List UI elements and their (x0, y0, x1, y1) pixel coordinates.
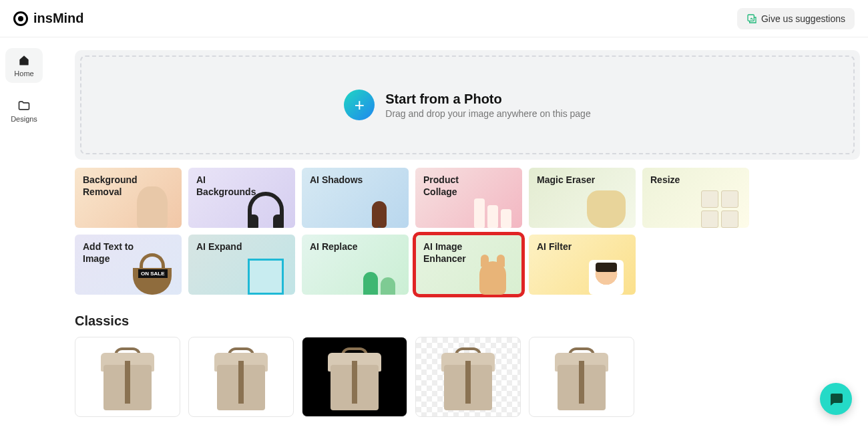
sale-badge: ON SALE (138, 269, 168, 278)
classics-title: Classics (75, 313, 860, 329)
sidebar-item-home[interactable]: Home (5, 48, 43, 83)
classic-card[interactable] (529, 337, 634, 417)
svg-rect-0 (748, 15, 754, 21)
tool-title: Product Collage (423, 174, 487, 198)
tool-title: AI Image Enhancer (423, 241, 487, 265)
tool-title: Add Text to Image (83, 241, 146, 265)
logo[interactable]: insMind (13, 11, 84, 26)
tool-product-collage[interactable]: Product Collage (415, 168, 522, 228)
upload-subtitle: Drag and drop your image anywhere on thi… (385, 108, 590, 119)
tool-title: AI Filter (537, 241, 600, 253)
tool-magic-eraser[interactable]: Magic Eraser (529, 168, 636, 228)
tool-title: Magic Eraser (537, 174, 600, 186)
sidebar-item-label: Home (14, 69, 33, 78)
bag-icon (98, 343, 157, 410)
bag-icon (439, 343, 497, 410)
classics-row (75, 337, 860, 417)
tool-ai-shadows[interactable]: AI Shadows (302, 168, 409, 228)
tool-ai-expand[interactable]: AI Expand (188, 235, 295, 295)
thumbnail-expand-icon (239, 247, 292, 295)
header: insMind Give us suggestions (0, 0, 868, 37)
suggestions-button[interactable]: Give us suggestions (737, 8, 855, 29)
tool-ai-backgrounds[interactable]: AI Backgrounds (188, 168, 295, 228)
sidebar-item-label: Designs (11, 115, 37, 123)
chat-button[interactable] (820, 383, 852, 415)
tool-background-removal[interactable]: Background Removal (75, 168, 182, 228)
main-content: + Start from a Photo Drag and drop your … (75, 50, 860, 417)
tools-grid: Background Removal AI Backgrounds AI Sha… (75, 168, 860, 295)
feedback-icon (746, 13, 757, 24)
plus-icon: + (344, 90, 375, 120)
upload-inner: + Start from a Photo Drag and drop your … (80, 55, 855, 154)
thumbnail-chair-icon (353, 180, 406, 228)
logo-text: insMind (33, 11, 84, 26)
thumbnail-plants-icon (353, 247, 406, 295)
tool-title: AI Shadows (310, 174, 373, 186)
tool-title: AI Backgrounds (196, 174, 260, 198)
chat-icon (828, 391, 844, 407)
suggestions-label: Give us suggestions (761, 13, 845, 24)
sidebar: Home Designs (0, 37, 48, 139)
thumbnail-grid-icon (693, 180, 746, 228)
classic-card[interactable] (302, 337, 407, 417)
classic-card[interactable] (188, 337, 294, 417)
upload-text: Start from a Photo Drag and drop your im… (385, 92, 590, 119)
bag-icon (325, 343, 384, 410)
thumbnail-dog-icon (580, 180, 633, 228)
thumbnail-portrait-icon (580, 247, 633, 295)
tool-ai-image-enhancer[interactable]: AI Image Enhancer (415, 235, 522, 295)
logo-icon (13, 11, 28, 26)
tool-resize[interactable]: Resize (642, 168, 749, 228)
home-icon (17, 53, 31, 67)
tool-title: Resize (650, 174, 714, 186)
sidebar-item-designs[interactable]: Designs (5, 94, 43, 128)
tool-ai-replace[interactable]: AI Replace (302, 235, 409, 295)
classic-card[interactable] (75, 337, 180, 417)
tool-ai-filter[interactable]: AI Filter (529, 235, 636, 295)
bag-icon (552, 343, 611, 410)
tool-title: AI Expand (196, 241, 260, 253)
folder-icon (17, 99, 31, 112)
upload-zone[interactable]: + Start from a Photo Drag and drop your … (75, 50, 860, 160)
tool-title: AI Replace (310, 241, 373, 253)
classic-card[interactable] (415, 337, 521, 417)
tool-title: Background Removal (83, 174, 146, 198)
upload-title: Start from a Photo (385, 92, 590, 107)
tool-add-text-to-image[interactable]: Add Text to Image ON SALE (75, 235, 182, 295)
bag-icon (212, 343, 270, 410)
